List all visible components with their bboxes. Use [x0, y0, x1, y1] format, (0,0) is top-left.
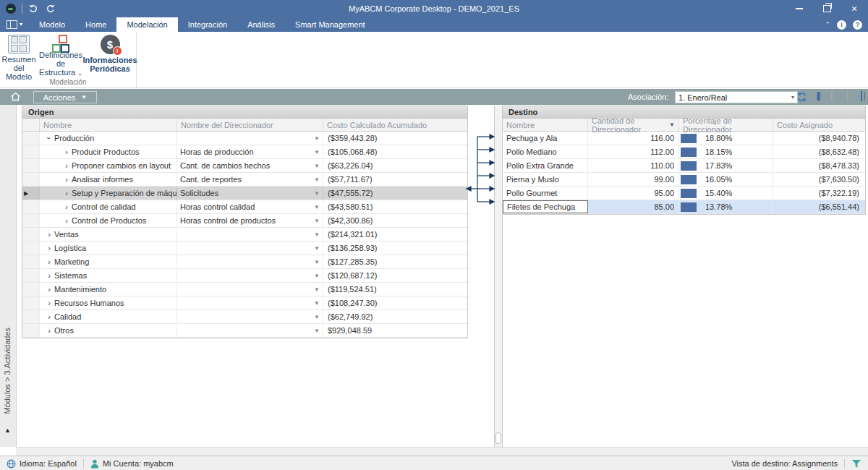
expander-icon[interactable]: ›: [61, 189, 72, 197]
expander-icon[interactable]: ›: [44, 271, 54, 280]
expander-icon[interactable]: ›: [45, 133, 54, 143]
dropdown-icon[interactable]: ▼: [314, 314, 320, 320]
expander-icon[interactable]: ›: [61, 161, 72, 170]
expander-icon[interactable]: ›: [61, 202, 72, 211]
col-nombre[interactable]: Nombre: [503, 119, 588, 131]
minimize-button[interactable]: [786, 0, 813, 17]
expand-rail-icon[interactable]: ▲: [4, 427, 11, 434]
modules-rail[interactable]: Módulos > 3.Actividades ▲: [0, 105, 17, 447]
table-row[interactable]: Pollo Gourmet 95.00 15.40% ($7,322.19): [503, 187, 865, 200]
dropdown-icon[interactable]: ▼: [314, 218, 320, 224]
dropdown-icon[interactable]: ▼: [314, 163, 320, 169]
col-porcentaje[interactable]: Porcentaje de Direccionador: [679, 119, 773, 131]
help-icon[interactable]: ?: [853, 20, 862, 30]
home-icon[interactable]: [10, 92, 21, 103]
col-nombre[interactable]: Nombre: [40, 119, 177, 131]
split-view-left-icon[interactable]: [816, 91, 817, 101]
focused-cell[interactable]: Filetes de Pechuga: [503, 200, 588, 213]
table-row[interactable]: ›Producción ▼ ($359,443.28): [22, 132, 467, 145]
table-row[interactable]: ›Recursos Humanos ▼ ($108,247.30): [22, 296, 467, 310]
col-costo-calculado[interactable]: Costo Calculado Acumulado: [323, 119, 467, 131]
row-indicator: [22, 214, 40, 227]
table-row[interactable]: ›Sistemas ▼ ($120,687.12): [22, 269, 467, 283]
definiciones-de-estructura-button[interactable]: Definicionesde Estructura ⌄: [38, 35, 84, 77]
table-row-selected[interactable]: Filetes de Pechuga 85.00 13.78% ($6,551.…: [503, 200, 865, 214]
expander-icon[interactable]: ›: [61, 216, 72, 225]
table-row[interactable]: ›Calidad ▼ ($62,749.92): [22, 310, 467, 324]
account-status[interactable]: Mi Cuenta: myabcm: [84, 456, 180, 470]
dropdown-icon[interactable]: ▼: [314, 135, 320, 142]
filter-button[interactable]: [845, 456, 868, 470]
app-window: MyABCM Corporate Desktop - DEMO_2021_ES …: [0, 0, 868, 470]
table-row[interactable]: Pechuga y Ala 116.00 18.80% ($8,940.78): [503, 132, 865, 145]
tab-integracion[interactable]: Integración: [178, 17, 237, 32]
restore-button[interactable]: [813, 0, 841, 17]
dropdown-icon[interactable]: ▼: [314, 286, 320, 293]
tab-modelo[interactable]: Modelo: [29, 17, 75, 32]
dropdown-icon[interactable]: ▼: [314, 273, 320, 279]
destino-header-row: Nombre Cantidad de Direccionador▼ Porcen…: [503, 119, 865, 132]
table-row[interactable]: ›Control de Productos Horas control de p…: [22, 214, 467, 228]
table-row[interactable]: ›Proponer cambios en layout Cant. de cam…: [22, 159, 467, 173]
alert-badge: i: [113, 46, 122, 56]
expander-icon[interactable]: ›: [44, 230, 54, 239]
table-row[interactable]: Pollo Extra Grande 110.00 17.83% ($8,478…: [503, 159, 865, 173]
refresh-icon[interactable]: [796, 92, 807, 103]
layout-menu-button[interactable]: ▾: [0, 17, 29, 32]
table-row[interactable]: ›Control de calidad Horas control calida…: [22, 200, 467, 214]
tab-smart-management[interactable]: Smart Management: [285, 17, 375, 32]
table-row[interactable]: ›Otros ▼ $929,048.59: [22, 324, 467, 338]
col-direccionador[interactable]: Nombre del Direccionador: [177, 119, 323, 131]
expander-icon[interactable]: ›: [44, 312, 54, 321]
chevron-down-icon: ▾: [20, 22, 22, 27]
expander-icon[interactable]: ›: [44, 244, 54, 252]
tab-analisis[interactable]: Análisis: [237, 17, 285, 32]
table-row[interactable]: ›Analisar informes Cant. de reportes▼ ($…: [22, 173, 467, 187]
close-button[interactable]: ×: [841, 0, 868, 17]
row-indicator: [22, 269, 40, 282]
table-row[interactable]: ›Marketing ▼ ($127,285.35): [22, 255, 467, 269]
tab-home[interactable]: Home: [75, 17, 116, 32]
single-view-icon[interactable]: [831, 91, 833, 101]
scrollbar-thumb[interactable]: [495, 432, 501, 444]
informaciones-periodicas-button[interactable]: $ i InformacionesPeriódicas: [85, 35, 135, 77]
expander-icon[interactable]: ›: [44, 285, 54, 294]
modules-breadcrumb: Módulos > 3.Actividades: [3, 328, 12, 414]
dropdown-icon[interactable]: ▼: [314, 259, 320, 265]
col-cantidad[interactable]: Cantidad de Direccionador▼: [588, 119, 679, 131]
expander-icon[interactable]: ›: [61, 148, 72, 156]
acciones-button[interactable]: Acciones▼: [33, 91, 97, 103]
expander-icon[interactable]: ›: [44, 299, 54, 307]
resumen-del-modelo-button[interactable]: Resumendel Modelo: [1, 35, 36, 77]
expander-icon[interactable]: ›: [44, 326, 54, 335]
expander-icon[interactable]: ›: [61, 175, 72, 184]
expander-icon[interactable]: ›: [44, 257, 54, 266]
row-indicator: [22, 228, 40, 241]
dropdown-icon[interactable]: ▼: [314, 328, 320, 334]
sort-desc-icon: ▼: [669, 121, 675, 128]
language-status[interactable]: Idioma: Español: [0, 456, 83, 470]
table-row[interactable]: ›Producir Productos Horas de producción▼…: [22, 145, 467, 159]
table-row[interactable]: ›Ventas ▼ ($214,321.01): [22, 228, 467, 242]
grid-view-icon[interactable]: [861, 91, 862, 101]
table-row[interactable]: Pollo Mediano 112.00 18.15% ($8,632.48): [503, 145, 865, 159]
structure-definitions-icon: [51, 35, 70, 49]
col-costo-asignado[interactable]: Costo Asignado: [773, 119, 865, 131]
tab-modelacion[interactable]: Modelación: [116, 17, 177, 32]
dropdown-icon[interactable]: ▼: [314, 190, 320, 197]
split-view-right-icon[interactable]: [846, 91, 848, 101]
info-icon[interactable]: i: [837, 20, 846, 30]
indicator-header: [22, 119, 40, 131]
dropdown-icon[interactable]: ▼: [314, 245, 320, 252]
dropdown-icon[interactable]: ▼: [314, 204, 320, 210]
collapse-ribbon-icon[interactable]: ⌃: [825, 21, 830, 28]
table-row[interactable]: ›Logística ▼ ($136,258.93): [22, 242, 467, 255]
asociacion-dropdown[interactable]: 1. Enero/Real▾: [675, 91, 798, 103]
table-row[interactable]: Pierna y Muslo 99.00 16.05% ($7,630.50): [503, 173, 865, 187]
dropdown-icon[interactable]: ▼: [314, 176, 320, 183]
dropdown-icon[interactable]: ▼: [314, 149, 320, 155]
table-row[interactable]: ›Mantenimiento ▼ ($119,524.51): [22, 283, 467, 296]
table-row-selected[interactable]: ▶ ›Setup y Preparación de máquinas Solic…: [22, 187, 467, 200]
dropdown-icon[interactable]: ▼: [314, 300, 320, 307]
dropdown-icon[interactable]: ▼: [314, 231, 320, 238]
